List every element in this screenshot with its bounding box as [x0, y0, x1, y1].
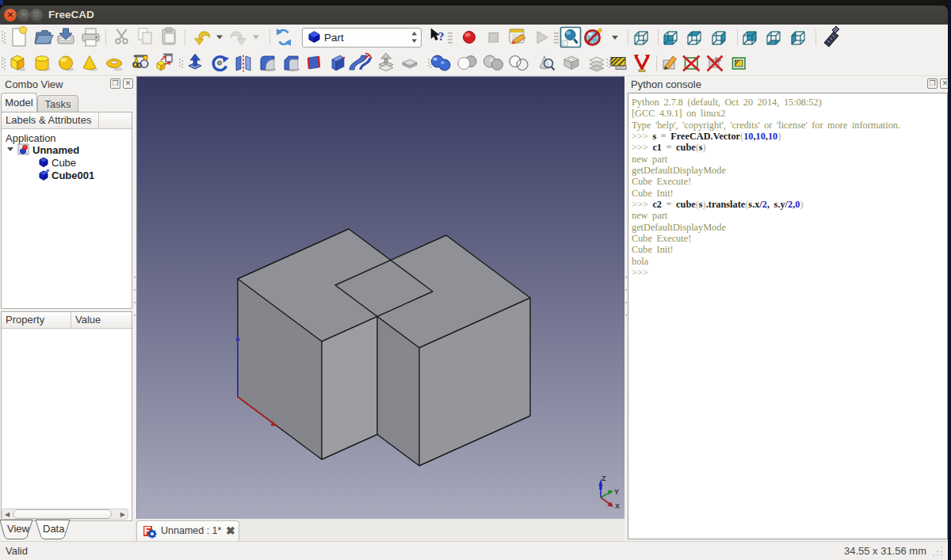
svg-text:Z: Z [602, 474, 606, 482]
svg-text:X: X [615, 502, 620, 510]
svg-text:View: View [7, 523, 30, 535]
svg-text:Data: Data [43, 523, 65, 535]
svg-text:?: ? [438, 30, 445, 43]
svg-text:Part: Part [324, 32, 344, 44]
svg-text:Y: Y [614, 488, 619, 496]
